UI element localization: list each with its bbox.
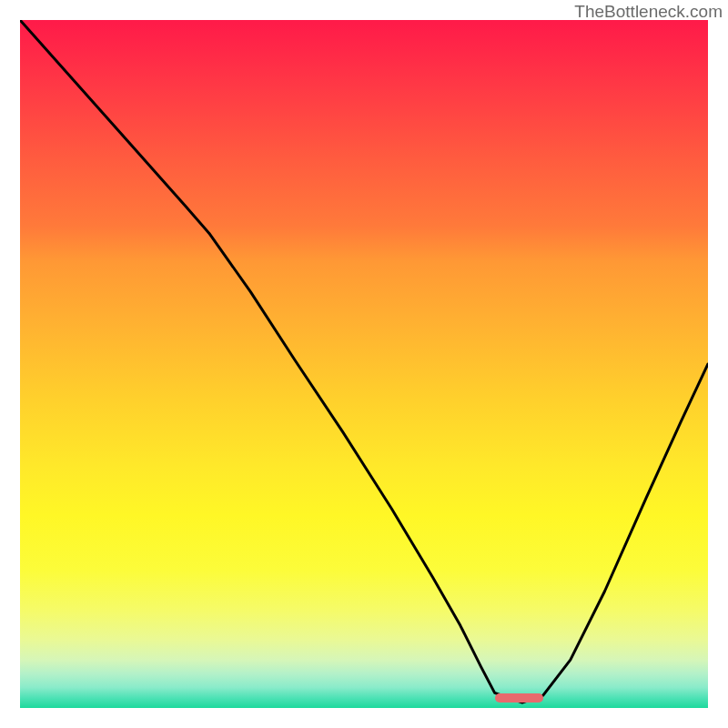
- bottleneck-chart: TheBottleneck.com: [0, 0, 728, 728]
- bottleneck-curve: [20, 20, 708, 708]
- optimal-range-marker: [495, 693, 543, 703]
- attribution-label: TheBottleneck.com: [574, 2, 723, 22]
- plot-area: [20, 20, 708, 708]
